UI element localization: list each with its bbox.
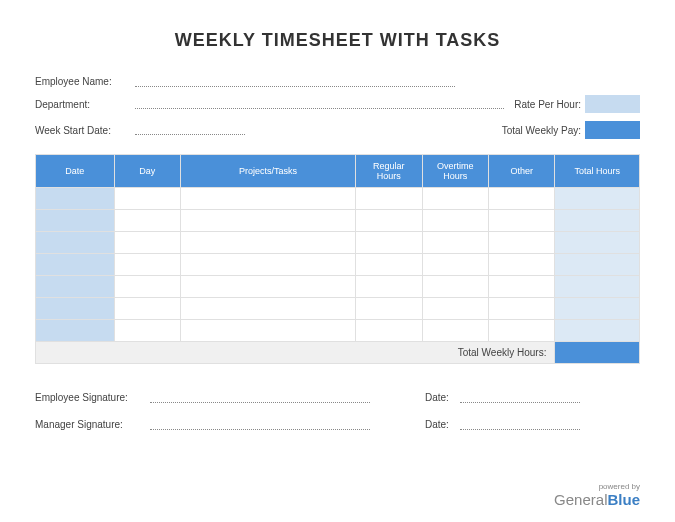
brand-general: General — [554, 491, 607, 508]
cell-overtime[interactable] — [422, 320, 488, 342]
pay-field[interactable] — [585, 121, 640, 139]
cell-total[interactable] — [555, 210, 640, 232]
employee-signature-row: Employee Signature: Date: — [35, 392, 640, 403]
table-row — [36, 254, 640, 276]
cell-other[interactable] — [488, 210, 554, 232]
info-block: Employee Name: Department: Rate Per Hour… — [35, 76, 640, 139]
cell-overtime[interactable] — [422, 232, 488, 254]
department-field[interactable] — [135, 99, 504, 109]
cell-day[interactable] — [114, 276, 180, 298]
cell-overtime[interactable] — [422, 254, 488, 276]
pay-label: Total Weekly Pay: — [502, 125, 581, 136]
brand-logo: GeneralBlue — [554, 491, 640, 508]
cell-total[interactable] — [555, 320, 640, 342]
cell-projects[interactable] — [180, 320, 355, 342]
cell-overtime[interactable] — [422, 276, 488, 298]
table-row — [36, 298, 640, 320]
cell-other[interactable] — [488, 254, 554, 276]
header-overtime: Overtime Hours — [422, 155, 488, 188]
employee-signature-field[interactable] — [150, 393, 370, 403]
cell-regular[interactable] — [356, 232, 422, 254]
cell-day[interactable] — [114, 254, 180, 276]
week-start-label: Week Start Date: — [35, 125, 135, 136]
employee-date-field[interactable] — [460, 393, 580, 403]
cell-regular[interactable] — [356, 320, 422, 342]
manager-date-label: Date: — [425, 419, 460, 430]
employee-name-label: Employee Name: — [35, 76, 135, 87]
cell-date[interactable] — [36, 320, 115, 342]
cell-day[interactable] — [114, 320, 180, 342]
manager-signature-field[interactable] — [150, 420, 370, 430]
cell-projects[interactable] — [180, 210, 355, 232]
total-value[interactable] — [555, 342, 640, 364]
footer: powered by GeneralBlue — [554, 482, 640, 508]
cell-date[interactable] — [36, 232, 115, 254]
header-date: Date — [36, 155, 115, 188]
header-other: Other — [488, 155, 554, 188]
cell-other[interactable] — [488, 320, 554, 342]
cell-regular[interactable] — [356, 254, 422, 276]
cell-overtime[interactable] — [422, 188, 488, 210]
cell-overtime[interactable] — [422, 210, 488, 232]
department-label: Department: — [35, 99, 135, 110]
brand-blue: Blue — [607, 491, 640, 508]
manager-date-field[interactable] — [460, 420, 580, 430]
timesheet-table: Date Day Projects/Tasks Regular Hours Ov… — [35, 154, 640, 364]
cell-regular[interactable] — [356, 188, 422, 210]
employee-date-label: Date: — [425, 392, 460, 403]
cell-projects[interactable] — [180, 298, 355, 320]
cell-regular[interactable] — [356, 298, 422, 320]
timesheet-body: Total Weekly Hours: — [36, 188, 640, 364]
signature-block: Employee Signature: Date: Manager Signat… — [35, 392, 640, 430]
cell-date[interactable] — [36, 210, 115, 232]
cell-regular[interactable] — [356, 276, 422, 298]
week-start-row: Week Start Date: Total Weekly Pay: — [35, 121, 640, 139]
manager-signature-label: Manager Signature: — [35, 419, 150, 430]
rate-label: Rate Per Hour: — [514, 99, 581, 110]
rate-field[interactable] — [585, 95, 640, 113]
table-row — [36, 320, 640, 342]
cell-day[interactable] — [114, 232, 180, 254]
cell-total[interactable] — [555, 276, 640, 298]
cell-total[interactable] — [555, 298, 640, 320]
total-row: Total Weekly Hours: — [36, 342, 640, 364]
cell-projects[interactable] — [180, 276, 355, 298]
employee-signature-label: Employee Signature: — [35, 392, 150, 403]
header-projects: Projects/Tasks — [180, 155, 355, 188]
header-regular: Regular Hours — [356, 155, 422, 188]
cell-day[interactable] — [114, 210, 180, 232]
table-row — [36, 276, 640, 298]
powered-by-label: powered by — [554, 482, 640, 491]
cell-other[interactable] — [488, 298, 554, 320]
cell-date[interactable] — [36, 188, 115, 210]
cell-other[interactable] — [488, 232, 554, 254]
cell-projects[interactable] — [180, 232, 355, 254]
cell-date[interactable] — [36, 298, 115, 320]
cell-projects[interactable] — [180, 254, 355, 276]
cell-other[interactable] — [488, 188, 554, 210]
table-row — [36, 188, 640, 210]
cell-projects[interactable] — [180, 188, 355, 210]
total-label: Total Weekly Hours: — [36, 342, 555, 364]
week-start-field[interactable] — [135, 125, 245, 135]
manager-signature-row: Manager Signature: Date: — [35, 419, 640, 430]
department-row: Department: Rate Per Hour: — [35, 95, 640, 113]
cell-total[interactable] — [555, 188, 640, 210]
cell-total[interactable] — [555, 254, 640, 276]
cell-date[interactable] — [36, 254, 115, 276]
page-title: WEEKLY TIMESHEET WITH TASKS — [35, 30, 640, 51]
employee-name-row: Employee Name: — [35, 76, 640, 87]
cell-other[interactable] — [488, 276, 554, 298]
cell-day[interactable] — [114, 298, 180, 320]
cell-regular[interactable] — [356, 210, 422, 232]
employee-name-field[interactable] — [135, 77, 455, 87]
cell-day[interactable] — [114, 188, 180, 210]
table-row — [36, 232, 640, 254]
cell-date[interactable] — [36, 276, 115, 298]
table-row — [36, 210, 640, 232]
header-day: Day — [114, 155, 180, 188]
cell-overtime[interactable] — [422, 298, 488, 320]
header-total: Total Hours — [555, 155, 640, 188]
cell-total[interactable] — [555, 232, 640, 254]
